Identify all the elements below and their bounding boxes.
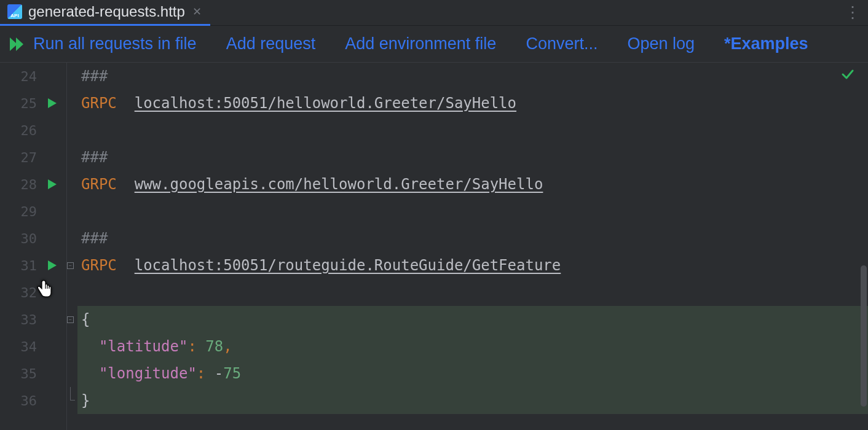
tab-menu-icon[interactable]: ⋮ bbox=[845, 3, 859, 22]
fold-cell: − bbox=[67, 306, 77, 333]
run-all-icon bbox=[10, 37, 26, 51]
fold-cell: − bbox=[67, 252, 77, 279]
editor-content[interactable]: ###GRPC localhost:50051/helloworld.Greet… bbox=[77, 63, 868, 430]
line-number: 28 bbox=[18, 177, 37, 192]
examples-button[interactable]: *Examples bbox=[724, 34, 808, 53]
gutter-row: 29 bbox=[0, 198, 66, 225]
code-line[interactable]: ### bbox=[77, 144, 868, 171]
editor[interactable]: 24252627282930313233343536 −− ###GRPC lo… bbox=[0, 63, 868, 430]
code-line[interactable]: { bbox=[77, 306, 868, 333]
fold-strip: −− bbox=[66, 63, 77, 430]
fold-cell bbox=[67, 144, 77, 171]
gutter-row: 33 bbox=[0, 306, 66, 333]
add-env-file-button[interactable]: Add environment file bbox=[345, 34, 496, 53]
convert-button[interactable]: Convert... bbox=[526, 34, 598, 53]
line-number: 30 bbox=[18, 231, 37, 246]
gutter-row: 36 bbox=[0, 387, 66, 414]
fold-toggle-icon[interactable]: − bbox=[67, 316, 74, 323]
code-line[interactable] bbox=[77, 117, 868, 144]
line-number: 33 bbox=[18, 312, 37, 327]
run-request-icon[interactable] bbox=[47, 179, 58, 189]
close-icon[interactable]: ✕ bbox=[191, 4, 203, 20]
code-line[interactable]: "latitude": 78, bbox=[77, 333, 868, 360]
http-toolbar: Run all requests in file Add request Add… bbox=[0, 26, 868, 63]
open-log-button[interactable]: Open log bbox=[627, 34, 695, 53]
fold-cell bbox=[67, 387, 77, 414]
line-number: 35 bbox=[18, 366, 37, 381]
code-line[interactable]: ### bbox=[77, 225, 868, 252]
gutter-row: 24 bbox=[0, 63, 66, 90]
line-number: 31 bbox=[18, 258, 37, 273]
code-line[interactable]: } bbox=[77, 387, 868, 414]
line-number: 25 bbox=[18, 96, 37, 111]
gutter-row: 25 bbox=[0, 90, 66, 117]
fold-toggle-icon[interactable]: − bbox=[67, 262, 74, 269]
line-number: 34 bbox=[18, 339, 37, 354]
api-file-icon: API bbox=[7, 4, 22, 19]
code-line[interactable] bbox=[77, 198, 868, 225]
run-request-icon[interactable] bbox=[47, 260, 58, 270]
gutter-row: 34 bbox=[0, 333, 66, 360]
code-line[interactable]: GRPC www.googleapis.com/helloworld.Greet… bbox=[77, 171, 868, 198]
gutter-row: 27 bbox=[0, 144, 66, 171]
gutter-row: 31 bbox=[0, 252, 66, 279]
cursor-hand-icon bbox=[36, 279, 53, 303]
run-request-icon[interactable] bbox=[47, 98, 58, 108]
code-line[interactable] bbox=[77, 279, 868, 306]
gutter-row: 32 bbox=[0, 279, 66, 306]
line-number: 36 bbox=[18, 393, 37, 408]
tab-name: generated-requests.http bbox=[28, 3, 185, 20]
run-all-label: Run all requests in file bbox=[33, 34, 197, 53]
tab-bar: API generated-requests.http ✕ ⋮ bbox=[0, 0, 868, 26]
fold-cell bbox=[67, 333, 77, 360]
line-number: 24 bbox=[18, 69, 37, 84]
gutter-row: 30 bbox=[0, 225, 66, 252]
gutter: 24252627282930313233343536 bbox=[0, 63, 66, 430]
run-all-button[interactable]: Run all requests in file bbox=[10, 34, 197, 53]
fold-cell bbox=[67, 198, 77, 225]
fold-cell bbox=[67, 63, 77, 90]
code-line[interactable]: ### bbox=[77, 63, 868, 90]
gutter-row: 28 bbox=[0, 171, 66, 198]
gutter-row: 26 bbox=[0, 117, 66, 144]
code-line[interactable]: GRPC localhost:50051/helloworld.Greeter/… bbox=[77, 90, 868, 117]
code-line[interactable]: "longitude": -75 bbox=[77, 360, 868, 387]
gutter-row: 35 bbox=[0, 360, 66, 387]
fold-cell bbox=[67, 279, 77, 306]
line-number: 27 bbox=[18, 150, 37, 165]
line-number: 32 bbox=[18, 285, 37, 300]
problems-ok-icon[interactable] bbox=[841, 68, 854, 84]
fold-cell bbox=[67, 225, 77, 252]
fold-cell bbox=[67, 171, 77, 198]
line-number: 26 bbox=[18, 123, 37, 138]
fold-cell bbox=[67, 90, 77, 117]
line-number: 29 bbox=[18, 204, 37, 219]
code-line[interactable]: GRPC localhost:50051/routeguide.RouteGui… bbox=[77, 252, 868, 279]
scrollbar[interactable] bbox=[859, 63, 868, 430]
tab-generated-requests[interactable]: API generated-requests.http ✕ bbox=[0, 0, 210, 26]
add-request-button[interactable]: Add request bbox=[226, 34, 316, 53]
scroll-thumb[interactable] bbox=[861, 265, 867, 407]
fold-cell bbox=[67, 360, 77, 387]
fold-cell bbox=[67, 117, 77, 144]
